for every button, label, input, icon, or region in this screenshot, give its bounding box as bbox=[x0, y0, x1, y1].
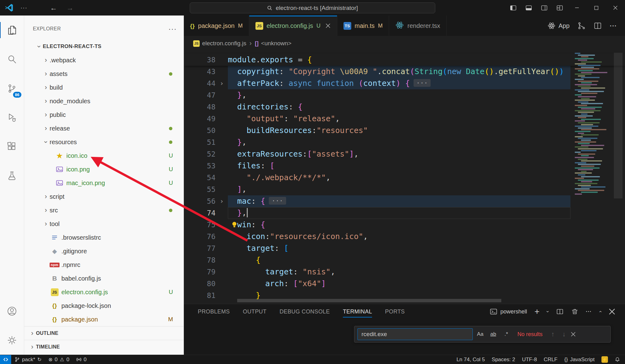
whole-word-toggle[interactable]: ab bbox=[488, 329, 499, 340]
language-mode-item[interactable]: {} JavaScript bbox=[561, 355, 598, 364]
accounts-icon[interactable] bbox=[0, 296, 24, 326]
lightbulb-icon[interactable] bbox=[230, 220, 238, 229]
tab-main-ts[interactable]: TSmain.tsM bbox=[337, 16, 389, 36]
folded-code-badge[interactable]: ··· bbox=[414, 79, 431, 87]
toggle-secondary-sidebar-icon[interactable] bbox=[536, 0, 552, 16]
folder-webpack[interactable]: ›.webpack bbox=[24, 53, 184, 67]
minimize-button[interactable] bbox=[567, 0, 587, 16]
file-icon-ico[interactable]: ★icon.icoU bbox=[24, 149, 184, 162]
panel-tab-problems[interactable]: PROBLEMS bbox=[198, 304, 230, 319]
explorer-more-actions-button[interactable]: ··· bbox=[168, 24, 177, 33]
eol-item[interactable]: CRLF bbox=[540, 355, 561, 364]
line-number[interactable]: 48 bbox=[184, 101, 215, 113]
file-npmrc[interactable]: npm.npmrc bbox=[24, 258, 184, 272]
find-previous-button[interactable]: ↑ bbox=[548, 331, 557, 338]
code-line-44[interactable]: 44› afterPack: async function (context) … bbox=[184, 78, 625, 89]
line-number[interactable]: 77 bbox=[184, 242, 215, 254]
line-number[interactable]: 78 bbox=[184, 254, 215, 266]
section-timeline[interactable]: ›TIMELINE bbox=[24, 340, 184, 353]
line-number[interactable]: 79 bbox=[184, 266, 215, 278]
section-outline[interactable]: ›OUTLINE bbox=[24, 326, 184, 340]
code-line-79[interactable]: 79 target: "nsis", bbox=[184, 266, 625, 278]
folder-src[interactable]: ›src bbox=[24, 203, 184, 217]
back-button[interactable]: ← bbox=[45, 4, 62, 12]
code-line-78[interactable]: 78 { bbox=[184, 254, 625, 266]
fold-chevron-icon[interactable]: › bbox=[215, 78, 228, 89]
tab-package-json[interactable]: {}package.jsonM bbox=[184, 16, 249, 36]
file-browserslistrc[interactable]: .browserslistrc bbox=[24, 231, 184, 244]
panel-tab-ports[interactable]: PORTS bbox=[385, 304, 405, 319]
panel-tab-terminal[interactable]: TERMINAL bbox=[343, 304, 372, 319]
line-number[interactable]: 51 bbox=[184, 136, 215, 148]
folder-assets[interactable]: ›assets bbox=[24, 67, 184, 81]
tab-renderer-tsx[interactable]: renderer.tsx bbox=[389, 16, 447, 36]
close-find-button[interactable] bbox=[570, 331, 576, 337]
close-panel-button[interactable] bbox=[608, 308, 616, 315]
line-number[interactable]: 56 bbox=[184, 195, 215, 207]
folder-script[interactable]: ›script bbox=[24, 190, 184, 203]
code-line-77[interactable]: 77 target: [ bbox=[184, 242, 625, 254]
git-merge-icon[interactable] bbox=[578, 22, 586, 30]
breadcrumb-symbol[interactable]: [] <unknown> bbox=[255, 40, 291, 47]
menu-overflow-button[interactable]: ··· bbox=[17, 3, 31, 13]
line-number[interactable]: 75 bbox=[184, 219, 215, 231]
code-line-74[interactable]: 74 }, bbox=[184, 207, 625, 219]
extension-status-item[interactable]: ⚡ bbox=[598, 355, 611, 364]
code-line-53[interactable]: 53 files: [ bbox=[184, 160, 625, 172]
close-window-button[interactable] bbox=[606, 0, 625, 16]
encoding-item[interactable]: UTF-8 bbox=[519, 355, 540, 364]
maximize-panel-chevron-icon[interactable]: › bbox=[597, 311, 603, 312]
file-icon-png[interactable]: icon.pngU bbox=[24, 162, 184, 176]
folder-release[interactable]: ›release bbox=[24, 122, 184, 135]
line-number[interactable]: 76 bbox=[184, 231, 215, 242]
source-control-icon[interactable]: 86 bbox=[0, 74, 24, 103]
panel-more-actions-button[interactable]: ··· bbox=[586, 309, 592, 314]
split-terminal-button[interactable] bbox=[556, 308, 564, 315]
code-line-47[interactable]: 47 }, bbox=[184, 89, 625, 101]
kill-terminal-button[interactable] bbox=[571, 308, 578, 315]
line-number[interactable]: 74 bbox=[184, 207, 215, 219]
tab-electron-config-js[interactable]: JSelectron.config.jsU bbox=[249, 16, 337, 36]
toggle-panel-icon[interactable] bbox=[521, 0, 536, 16]
folder-node-modules[interactable]: ›node_modules bbox=[24, 94, 184, 108]
explorer-icon[interactable] bbox=[0, 16, 24, 45]
file-electron-config-js[interactable]: JSelectron.config.jsU bbox=[24, 285, 184, 299]
line-number[interactable]: 81 bbox=[184, 290, 215, 301]
toggle-sidebar-icon[interactable] bbox=[505, 0, 521, 16]
code-line-52[interactable]: 52 extraResources:["assets"], bbox=[184, 148, 625, 160]
find-input[interactable] bbox=[357, 328, 473, 340]
panel-tab-debug-console[interactable]: DEBUG CONSOLE bbox=[280, 304, 330, 319]
code-line-54[interactable]: 54 "./.webpack/**/*", bbox=[184, 172, 625, 184]
line-number[interactable]: 80 bbox=[184, 278, 215, 290]
code-editor[interactable]: 38module.exports = {43 copyright: "Copyr… bbox=[184, 51, 625, 304]
git-branch-item[interactable]: pack* ↻ bbox=[11, 355, 45, 364]
folded-code-badge[interactable]: ··· bbox=[269, 197, 286, 205]
split-editor-button[interactable] bbox=[594, 22, 602, 30]
fold-chevron-icon[interactable]: › bbox=[215, 195, 228, 207]
code-line-49[interactable]: 49 "output": "release", bbox=[184, 113, 625, 125]
line-number[interactable]: 44 bbox=[184, 78, 215, 89]
panel-tab-output[interactable]: OUTPUT bbox=[243, 304, 266, 319]
line-number[interactable]: 49 bbox=[184, 113, 215, 125]
maximize-button[interactable] bbox=[587, 0, 606, 16]
line-number[interactable]: 43 bbox=[184, 66, 215, 78]
indentation-item[interactable]: Spaces: 2 bbox=[488, 355, 519, 364]
code-line-38[interactable]: 38module.exports = { bbox=[184, 54, 625, 66]
match-case-toggle[interactable]: Aa bbox=[475, 329, 486, 340]
line-number[interactable]: 47 bbox=[184, 89, 215, 101]
file-package-json[interactable]: {}package.jsonM bbox=[24, 313, 184, 326]
code-line-80[interactable]: 80 arch: ["x64"] bbox=[184, 278, 625, 290]
terminal-dropdown-chevron-icon[interactable]: › bbox=[545, 311, 551, 312]
new-terminal-button[interactable]: + bbox=[534, 307, 539, 316]
code-line-56[interactable]: 56› mac: {··· bbox=[184, 195, 625, 207]
folder-build[interactable]: ›build bbox=[24, 81, 184, 94]
folder-resources[interactable]: ›resources bbox=[24, 135, 184, 149]
code-line-48[interactable]: 48 directories: { bbox=[184, 101, 625, 113]
settings-icon[interactable] bbox=[0, 326, 24, 355]
breadcrumb-file[interactable]: JS electron.config.js bbox=[193, 40, 246, 47]
cursor-position-item[interactable]: Ln 74, Col 5 bbox=[453, 355, 488, 364]
forward-button[interactable]: → bbox=[62, 4, 78, 12]
line-number[interactable]: 52 bbox=[184, 148, 215, 160]
explorer-root-folder[interactable]: › ELECTRON-REACT-TS bbox=[24, 40, 184, 53]
broadcast-item[interactable]: 0 bbox=[73, 355, 90, 364]
